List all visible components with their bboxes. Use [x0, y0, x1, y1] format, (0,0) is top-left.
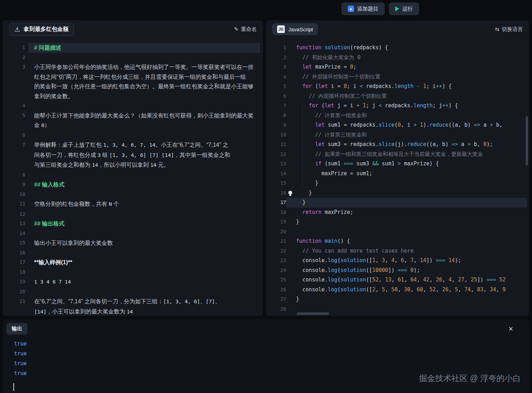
run-button[interactable]: 运行: [389, 2, 419, 15]
code-line-23: 23 console.log(solution([1, 3, 4, 6, 7, …: [266, 256, 529, 266]
line-number: 17: [3, 258, 28, 267]
line-number: 1: [3, 43, 28, 53]
code-text: // 如果第一组和第三组奖金和相等且大于当前最大奖金，更新最大奖金: [286, 150, 527, 159]
code-line-9: 9 let sum1 = redpacks.slice(0, i + 1).re…: [266, 120, 529, 130]
code-panel-header: JS JavaScript ⇆ 切换语言: [266, 20, 529, 38]
output-line: true: [14, 339, 529, 349]
output-panel: 输出 × truetruetruetrue 掘金技术社区 @ 浮夸的小白: [3, 319, 529, 393]
code-line-16: 16 }: [266, 188, 529, 198]
line-number: 14: [3, 229, 28, 239]
code-line-19: 19}: [266, 217, 529, 227]
line-number: 10: [3, 190, 28, 199]
code-text: return maxPrize;: [286, 208, 527, 217]
line-number: 6: [266, 91, 286, 101]
code-text: }: [286, 178, 527, 188]
line-content: [28, 287, 260, 297]
line-number: 7: [266, 101, 286, 111]
code-line-5: 5 for (let i = 0; i < redpacks.length - …: [266, 82, 529, 91]
code-text: [286, 227, 527, 237]
lightbulb-icon[interactable]: [288, 191, 292, 195]
problem-panel: 拿到最多红包金额 ✎ 重命名 1# 问题描述23小王同学参加公司年会的抽奖活动，…: [3, 20, 263, 316]
problem-line-10: 10: [3, 190, 263, 199]
line-content: # 问题描述: [28, 43, 260, 53]
code-text: function solution(redpacks) {: [286, 43, 527, 53]
problem-line-16: 16: [3, 248, 263, 258]
line-number: 1: [266, 43, 286, 53]
code-line-13: 13 if (sum1 === sum3 && sum1 > maxPrize)…: [266, 159, 529, 169]
problem-line-2: 2: [3, 53, 263, 63]
line-number: 12: [3, 209, 28, 219]
code-panel: JS JavaScript ⇆ 切换语言 1function solution(…: [266, 20, 529, 316]
problem-title-badge[interactable]: 拿到最多红包金额: [9, 23, 74, 36]
language-tab[interactable]: JS JavaScript: [272, 23, 318, 35]
switch-language-label: 切换语言: [502, 26, 523, 33]
line-number: 9: [3, 180, 28, 190]
line-content: 1 3 4 6 7 14: [28, 277, 260, 287]
code-line-15: 15 }: [266, 178, 529, 188]
problem-line-21: 21在“6,7”之间、“7,14” 之间各切一刀，分为如下三组：[1, 3, 4…: [3, 297, 263, 316]
line-content: ## 输入格式: [28, 180, 260, 190]
add-problem-button[interactable]: + 添加题目: [341, 2, 385, 15]
problem-line-4: 4: [3, 101, 263, 111]
line-content: [28, 53, 260, 63]
problem-line-6: 6: [3, 131, 263, 140]
line-content: [28, 267, 260, 277]
output-line: true: [14, 349, 529, 359]
code-text: // 初始化最大奖金为 0: [286, 53, 527, 63]
rename-button[interactable]: ✎ 重命名: [234, 26, 257, 33]
line-number: 9: [266, 120, 286, 130]
line-content: 输出小王可以拿到的最大奖金数: [28, 238, 260, 248]
line-number: 10: [266, 130, 286, 140]
code-text: if (sum1 === sum3 && sum1 > maxPrize) {: [286, 159, 527, 169]
code-lines[interactable]: 1function solution(redpacks) {2 // 初始化最大…: [266, 38, 529, 316]
line-number: 21: [3, 297, 28, 316]
line-number: 17: [266, 198, 286, 208]
line-content: 小王同学参加公司年会的抽奖活动，他运气很好抽到了一等奖。一等奖获奖者可以在一排红…: [28, 62, 260, 101]
line-number: 5: [266, 82, 286, 91]
line-number: 2: [266, 53, 286, 63]
problem-line-20: 20: [3, 287, 263, 297]
code-line-10: 10 // 计算第三组奖金和: [266, 130, 529, 140]
problem-line-17: 17**输入样例(1)**: [3, 258, 263, 267]
problem-line-15: 15输出小王可以拿到的最大奖金数: [3, 238, 263, 248]
vertical-scrollbar[interactable]: [526, 116, 528, 165]
code-text: // 计算第一组奖金和: [286, 111, 527, 121]
code-line-17: 17 }: [266, 198, 529, 208]
problem-line-8: 8: [3, 170, 263, 180]
line-number: 15: [266, 178, 286, 188]
code-line-20: 20: [266, 227, 529, 237]
line-number: 13: [266, 159, 286, 169]
line-number: 21: [266, 236, 286, 246]
problem-line-5: 5能帮小王计算下他能拿到的最大奖金么？（如果没有红包可获得，则小王能拿到的最大奖…: [3, 111, 263, 131]
pencil-icon: ✎: [234, 26, 238, 32]
code-text: console.log(solution([2, 5, 50, 30, 60, …: [286, 285, 527, 295]
line-content: 空格分割的红包金额数，共有 N 个: [28, 199, 260, 209]
line-number: 3: [3, 62, 28, 101]
code-line-27: 27}: [266, 294, 529, 304]
problem-panel-header: 拿到最多红包金额 ✎ 重命名: [3, 20, 263, 38]
line-content: **输入样例(1)**: [28, 258, 260, 267]
problem-title: 拿到最多红包金额: [24, 26, 69, 33]
run-label: 运行: [402, 6, 413, 12]
line-content: [28, 248, 260, 258]
problem-line-7: 7举例解释：桌子上放了红包 1, 3, 4, 6, 7, 14。小王在“6,7”…: [3, 140, 263, 170]
code-line-1: 1function solution(redpacks) {: [266, 43, 529, 53]
code-text: }: [286, 294, 527, 304]
line-number: 5: [3, 111, 28, 131]
problem-line-18: 18: [3, 267, 263, 277]
line-content: 举例解释：桌子上放了红包 1, 3, 4, 6, 7, 14。小王在“6,7”之…: [28, 140, 260, 170]
close-output-icon[interactable]: ×: [508, 325, 513, 333]
line-number: 2: [3, 53, 28, 63]
horizontal-scrollbar[interactable]: [297, 312, 329, 315]
js-icon: JS: [277, 25, 285, 33]
line-number: 11: [3, 199, 28, 209]
line-content: [28, 190, 260, 199]
problem-lines[interactable]: 1# 问题描述23小王同学参加公司年会的抽奖活动，他运气很好抽到了一等奖。一等奖…: [3, 38, 263, 316]
code-line-3: 3 let maxPrize = 0;: [266, 62, 529, 72]
line-content: 在“6,7”之间、“7,14” 之间各切一刀，分为如下三组：[1, 3, 4, …: [28, 297, 260, 316]
switch-language-button[interactable]: ⇆ 切换语言: [495, 26, 523, 33]
output-tab[interactable]: 输出: [6, 323, 27, 335]
line-number: 12: [266, 150, 286, 159]
output-header: 输出 ×: [3, 319, 529, 335]
line-number: 24: [266, 266, 286, 275]
